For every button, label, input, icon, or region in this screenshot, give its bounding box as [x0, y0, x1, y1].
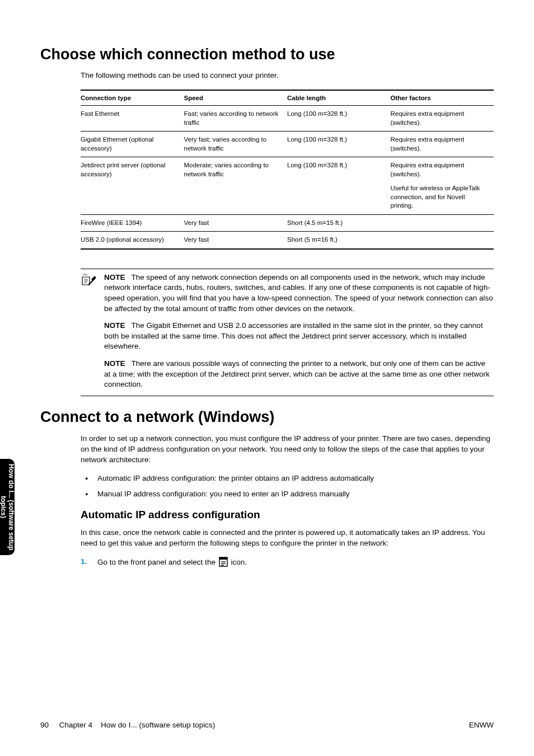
table-row: FireWire (IEEE 1394) Very fast Short (4.…: [81, 214, 494, 232]
cell-cable-length: Long (100 m=328 ft.): [287, 106, 391, 132]
cell-connection-type: USB 2.0 (optional accessory): [81, 232, 184, 249]
ip-config-options-list: Automatic IP address configuration: the …: [81, 473, 494, 500]
note-text-1: The speed of any network connection depe…: [104, 273, 493, 313]
chapter-title: How do I... (software setup topics): [101, 721, 215, 729]
cell-cable-length: Long (100 m=328 ft.): [287, 157, 391, 215]
heading-choose-connection: Choose which connection method to use: [40, 46, 494, 63]
page-footer: 90 Chapter 4 How do I... (software setup…: [40, 721, 494, 729]
connect-intro-text: In order to set up a network connection,…: [81, 434, 494, 466]
cell-speed: Moderate; varies according to network tr…: [184, 157, 288, 215]
table-row: USB 2.0 (optional accessory) Very fast S…: [81, 232, 494, 249]
cell-other-factors: Requires extra equipment (switches).: [391, 132, 494, 157]
cell-other-factors-a: Requires extra equipment (switches).: [391, 162, 465, 177]
th-speed: Speed: [184, 90, 288, 106]
footer-left: 90 Chapter 4 How do I... (software setup…: [40, 721, 215, 729]
note-label: NOTE: [104, 359, 125, 368]
th-other-factors: Other factors: [391, 90, 494, 106]
th-cable-length: Cable length: [287, 90, 391, 106]
step-number: 1.: [81, 557, 87, 567]
table-row: Jetdirect print server (optional accesso…: [81, 157, 494, 215]
cell-speed: Very fast: [184, 214, 288, 232]
setup-menu-icon: [219, 557, 228, 570]
cell-speed: Very fast: [184, 232, 288, 249]
step-text-a: Go to the front panel and select the: [97, 558, 218, 566]
cell-connection-type: Jetdirect print server (optional accesso…: [81, 157, 184, 215]
cell-connection-type: Gigabit Ethernet (optional accessory): [81, 132, 184, 157]
svg-rect-1: [219, 557, 227, 560]
cell-connection-type: Fast Ethernet: [81, 106, 184, 132]
note-paragraph-1: NOTE The speed of any network connection…: [104, 273, 494, 314]
cell-speed: Fast; varies according to network traffi…: [184, 106, 288, 132]
chapter-label: Chapter 4: [59, 721, 92, 729]
connection-methods-table: Connection type Speed Cable length Other…: [81, 90, 494, 250]
cell-other-factors: Requires extra equipment (switches). Use…: [391, 157, 494, 215]
list-item: Automatic IP address configuration: the …: [81, 473, 494, 484]
table-row: Gigabit Ethernet (optional accessory) Ve…: [81, 132, 494, 157]
note-label: NOTE: [104, 321, 125, 330]
cell-cable-length: Short (4.5 m=15 ft.): [287, 214, 391, 232]
note-icon: [81, 273, 96, 391]
note-text-2: The Gigabit Ethernet and USB 2.0 accesso…: [104, 321, 483, 350]
cell-speed: Very fast; varies according to network t…: [184, 132, 288, 157]
table-header-row: Connection type Speed Cable length Other…: [81, 90, 494, 106]
automatic-ip-intro: In this case, once the network cable is …: [81, 528, 494, 549]
table-row: Fast Ethernet Fast; varies according to …: [81, 106, 494, 132]
side-tab: How do I... (software setup topics): [0, 459, 15, 555]
cell-connection-type: FireWire (IEEE 1394): [81, 214, 184, 232]
note-block: NOTE The speed of any network connection…: [81, 269, 494, 396]
cell-cable-length: Long (100 m=328 ft.): [287, 132, 391, 157]
cell-other-factors: Requires extra equipment (switches).: [391, 106, 494, 132]
cell-other-factors: [391, 214, 494, 232]
footer-right: ENWW: [469, 721, 494, 729]
note-paragraph-3: NOTE There are various possible ways of …: [104, 359, 494, 390]
heading-automatic-ip: Automatic IP address configuration: [81, 509, 494, 521]
list-item: Manual IP address configuration: you nee…: [81, 489, 494, 500]
steps-list: 1. Go to the front panel and select the …: [81, 557, 494, 570]
note-label: NOTE: [104, 273, 125, 281]
heading-connect-windows: Connect to a network (Windows): [40, 408, 494, 426]
th-connection-type: Connection type: [81, 90, 184, 106]
step-item: 1. Go to the front panel and select the …: [81, 557, 494, 570]
note-paragraph-2: NOTE The Gigabit Ethernet and USB 2.0 ac…: [104, 321, 494, 352]
step-text-b: icon.: [231, 558, 247, 566]
page-number: 90: [40, 721, 49, 729]
cell-other-factors: [391, 232, 494, 249]
cell-cable-length: Short (5 m=16 ft.): [287, 232, 391, 249]
note-text-3: There are various possible ways of conne…: [104, 359, 490, 388]
cell-other-factors-b: Useful for wireless or AppleTalk connect…: [391, 184, 490, 210]
intro-text-connection-methods: The following methods can be used to con…: [81, 71, 494, 79]
side-tab-label: How do I... (software setup topics): [0, 459, 15, 555]
